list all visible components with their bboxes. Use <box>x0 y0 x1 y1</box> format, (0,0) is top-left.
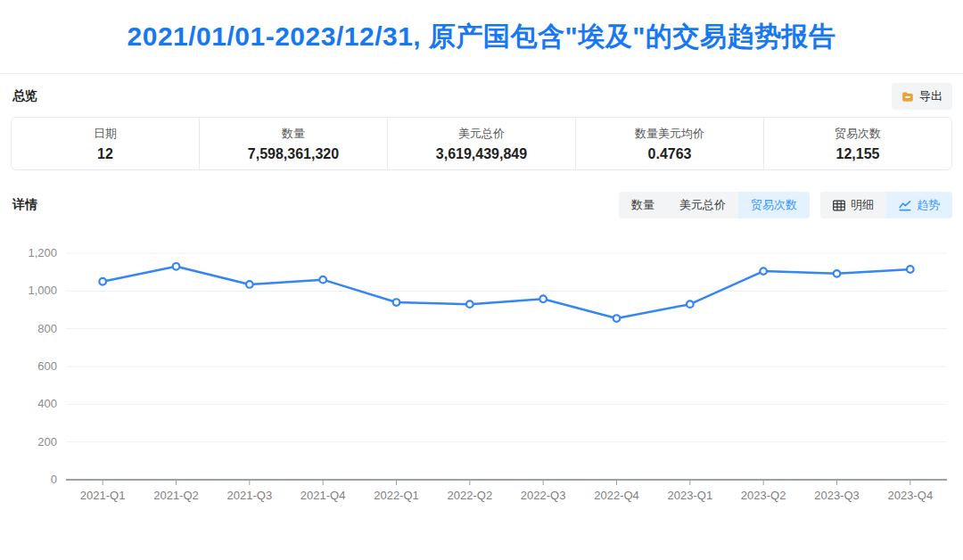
svg-text:2022-Q2: 2022-Q2 <box>448 489 493 502</box>
svg-text:1,000: 1,000 <box>28 284 57 297</box>
svg-text:400: 400 <box>37 397 57 410</box>
page-title: 2021/01/01-2023/12/31, 原产国包含"埃及"的交易趋势报告 <box>128 19 836 55</box>
tab-trend-view[interactable]: 趋势 <box>886 192 952 218</box>
svg-text:2021-Q2: 2021-Q2 <box>153 489 199 502</box>
details-tab-groups: 数量 美元总价 贸易次数 明细 <box>619 192 952 218</box>
stat-label: 贸易次数 <box>835 126 881 142</box>
file-export-icon <box>901 90 914 103</box>
svg-text:2022-Q1: 2022-Q1 <box>374 489 419 502</box>
svg-text:1,200: 1,200 <box>28 246 57 259</box>
report-title-bar: 2021/01/01-2023/12/31, 原产国包含"埃及"的交易趋势报告 <box>0 0 963 74</box>
tab-usd-total[interactable]: 美元总价 <box>667 192 738 218</box>
stat-value: 12 <box>97 146 113 162</box>
svg-text:800: 800 <box>37 322 57 335</box>
overview-section-header: 总览 导出 <box>11 83 952 110</box>
trend-line-icon <box>899 200 911 211</box>
stat-trade-count: 贸易次数 12,155 <box>763 118 951 169</box>
stat-label: 数量美元均价 <box>635 126 704 142</box>
trend-line-chart: 02004006008001,0001,2002021-Q12021-Q2202… <box>11 231 952 539</box>
svg-text:200: 200 <box>37 435 57 449</box>
view-tab-group: 明细 趋势 <box>820 192 952 218</box>
stat-quantity: 数量 7,598,361,320 <box>199 118 387 169</box>
svg-text:2023-Q4: 2023-Q4 <box>888 489 934 502</box>
stat-label: 数量 <box>282 126 305 142</box>
svg-text:2021-Q4: 2021-Q4 <box>300 489 346 502</box>
details-section-label: 详情 <box>11 197 37 213</box>
export-button[interactable]: 导出 <box>892 83 952 110</box>
export-button-label: 导出 <box>919 88 942 104</box>
tab-label: 数量 <box>631 197 654 213</box>
stat-label: 美元总价 <box>458 126 505 142</box>
stat-value: 12,155 <box>836 146 880 162</box>
svg-text:2023-Q1: 2023-Q1 <box>668 489 713 502</box>
stat-value: 3,619,439,849 <box>436 146 527 162</box>
stat-value: 0.4763 <box>648 146 692 162</box>
tab-label: 明细 <box>851 197 874 213</box>
tab-detail-view[interactable]: 明细 <box>820 192 886 218</box>
stat-avg-usd-price: 数量美元均价 0.4763 <box>575 118 763 169</box>
svg-text:0: 0 <box>51 473 57 486</box>
stat-label: 日期 <box>94 126 117 142</box>
svg-text:600: 600 <box>37 359 57 373</box>
svg-text:2022-Q3: 2022-Q3 <box>521 489 566 502</box>
tab-trade-count[interactable]: 贸易次数 <box>738 192 810 218</box>
tab-quantity[interactable]: 数量 <box>619 192 667 218</box>
stat-date: 日期 12 <box>12 118 199 169</box>
tab-label: 贸易次数 <box>751 197 797 213</box>
details-section-header: 详情 数量 美元总价 贸易次数 <box>11 192 952 218</box>
tab-label: 趋势 <box>917 197 940 213</box>
overview-section-label: 总览 <box>11 88 37 104</box>
svg-text:2021-Q1: 2021-Q1 <box>80 489 126 502</box>
metric-tab-group: 数量 美元总价 贸易次数 <box>619 192 810 218</box>
stat-usd-total: 美元总价 3,619,439,849 <box>387 118 575 169</box>
page-content: 总览 导出 日期 12 数量 7,598,361,320 美元总价 3,619,… <box>0 83 963 539</box>
stat-value: 7,598,361,320 <box>248 146 339 162</box>
svg-text:2023-Q2: 2023-Q2 <box>741 489 786 502</box>
overview-stats-card: 日期 12 数量 7,598,361,320 美元总价 3,619,439,84… <box>11 117 952 170</box>
svg-text:2023-Q3: 2023-Q3 <box>814 489 860 502</box>
table-grid-icon <box>833 200 845 211</box>
trend-chart-container: 02004006008001,0001,2002021-Q12021-Q2202… <box>11 231 952 539</box>
svg-text:2022-Q4: 2022-Q4 <box>594 489 639 502</box>
tab-label: 美元总价 <box>679 197 726 213</box>
svg-text:2021-Q3: 2021-Q3 <box>227 489 273 502</box>
